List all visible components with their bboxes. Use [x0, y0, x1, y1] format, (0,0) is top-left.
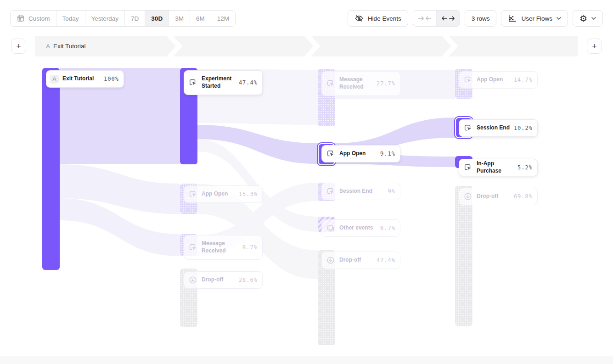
flow-faint — [60, 198, 180, 256]
arrows-inward-icon — [418, 15, 432, 22]
node-percentage: 14.7% — [514, 77, 533, 83]
node-card-app-open-col4[interactable]: App Open14.7% — [459, 71, 538, 89]
node-label: Other events — [339, 224, 377, 232]
date-preset-label: 7D — [131, 15, 139, 22]
date-preset-12m[interactable]: 12M — [211, 11, 235, 26]
drop-off-icon — [463, 191, 473, 202]
node-label: Message Received — [202, 240, 239, 254]
hide-events-button[interactable]: Hide Events — [348, 10, 408, 27]
date-preset-label: Yesterday — [91, 15, 119, 22]
event-icon — [463, 75, 473, 85]
rows-label: 3 rows — [472, 15, 490, 22]
node-percentage: 5.2% — [517, 164, 533, 171]
add-step-left-button[interactable]: + — [11, 39, 26, 54]
node-label: Drop-off — [477, 193, 510, 200]
flow-step-a-label: A Exit Tutorial — [46, 36, 86, 56]
date-preset-label: Custom — [28, 15, 50, 22]
date-preset-label: Today — [62, 15, 79, 22]
event-icon — [188, 189, 198, 199]
node-card-session-end-col4[interactable]: Session End10.2% — [459, 119, 538, 137]
node-percentage: 100% — [104, 76, 119, 82]
date-preset-30d[interactable]: 30D — [145, 11, 169, 26]
node-bar-exit-tutorial-col1[interactable] — [42, 68, 60, 270]
node-card-exit-tutorial-col1[interactable]: AExit Tutorial100% — [46, 70, 124, 88]
node-percentage: 47.4% — [239, 79, 258, 86]
node-label: Exit Tutorial — [62, 75, 100, 83]
node-percentage: 69.8% — [514, 193, 533, 200]
expand-columns-button[interactable] — [437, 11, 460, 26]
flow-step-separator-icon — [442, 36, 460, 56]
drop-off-icon — [188, 275, 198, 285]
node-card-drop-off-col2[interactable]: Drop-off28.6% — [184, 271, 263, 289]
node-label: App Open — [339, 150, 377, 157]
node-label: App Open — [202, 190, 235, 198]
rows-button[interactable]: 3 rows — [465, 10, 497, 27]
node-label: App Open — [477, 76, 510, 84]
hide-events-label: Hide Events — [368, 15, 401, 22]
node-label: Drop-off — [339, 257, 373, 264]
node-percentage: 6.7% — [380, 225, 395, 231]
node-card-message-received-col2[interactable]: Message Received8.7% — [184, 235, 263, 260]
date-preset-7d[interactable]: 7D — [125, 11, 145, 26]
node-percentage: 47.4% — [377, 257, 395, 263]
settings-button[interactable]: ⚙ — [573, 10, 603, 27]
user-flows-app: AExit Tutorial100%Experiment Started47.4… — [0, 0, 613, 364]
node-card-in-app-purchase-col4[interactable]: In-App Purchase5.2% — [459, 159, 538, 176]
event-icon — [326, 186, 336, 196]
date-preset-label: 30D — [151, 15, 163, 22]
node-percentage: 9% — [388, 188, 395, 195]
node-card-app-open-col3[interactable]: App Open9.1% — [321, 145, 400, 162]
node-label: Experiment Started — [202, 75, 235, 90]
event-icon — [326, 149, 336, 159]
node-percentage: 10.2% — [514, 125, 533, 131]
column-spacing-toggle — [413, 10, 460, 27]
flow-steps-band: A Exit Tutorial — [35, 36, 578, 56]
node-percentage: 8.7% — [242, 244, 258, 251]
flow-step-separator-icon — [166, 36, 185, 56]
node-label: Message Received — [339, 76, 373, 90]
node-percentage: 27.7% — [377, 80, 395, 87]
event-icon — [326, 78, 336, 89]
footer-bar — [0, 356, 613, 364]
node-label: In-App Purchase — [477, 160, 514, 174]
node-label: Drop-off — [202, 276, 235, 284]
step-prefix: A — [46, 43, 50, 50]
node-card-experiment-started-col2[interactable]: Experiment Started47.4% — [184, 70, 263, 95]
node-card-drop-off-col4[interactable]: Drop-off69.8% — [459, 188, 538, 205]
node-card-drop-off-col3[interactable]: Drop-off47.4% — [321, 252, 400, 269]
node-label: Session End — [477, 124, 510, 132]
step-name: Exit Tutorial — [53, 43, 86, 50]
flow-step-separator-icon — [304, 36, 322, 56]
drop-off-icon — [326, 255, 336, 265]
node-card-other-events-col3[interactable]: Other events6.7% — [321, 219, 400, 237]
date-preset-6m[interactable]: 6M — [190, 11, 211, 26]
toolbar: CustomTodayYesterday7D30D3M6M12M Hide Ev… — [10, 10, 603, 27]
date-preset-custom[interactable]: Custom — [11, 11, 56, 26]
view-selector-label: User Flows — [521, 15, 552, 22]
flow-faint — [60, 164, 180, 214]
date-preset-today[interactable]: Today — [56, 11, 85, 26]
calendar-icon — [17, 14, 25, 22]
add-step-right-button[interactable]: + — [587, 39, 602, 54]
node-percentage: 28.6% — [239, 277, 258, 283]
collapse-columns-button[interactable] — [413, 11, 437, 26]
event-icon — [188, 78, 198, 88]
flow-step-header: + A Exit Tutorial + — [0, 36, 613, 56]
node-card-app-open-col2[interactable]: App Open15.3% — [184, 185, 263, 203]
step-a-badge: A — [50, 75, 59, 84]
eye-off-icon — [354, 14, 364, 23]
date-preset-label: 6M — [196, 15, 205, 22]
date-preset-3m[interactable]: 3M — [169, 11, 190, 26]
view-selector-button[interactable]: User Flows — [501, 10, 568, 27]
layers-icon — [326, 223, 336, 233]
flow-chart-icon — [508, 14, 517, 22]
date-preset-yesterday[interactable]: Yesterday — [85, 11, 125, 26]
flow-experiment-started-to-app-open[interactable] — [197, 125, 318, 164]
toolbar-right: Hide Events — [348, 10, 603, 27]
node-card-message-received-col3[interactable]: Message Received27.7% — [321, 71, 400, 96]
node-percentage: 15.3% — [239, 191, 258, 197]
date-preset-label: 12M — [217, 15, 229, 22]
node-card-session-end-col3[interactable]: Session End9% — [321, 183, 400, 200]
node-bar-drop-off-col4[interactable] — [455, 186, 472, 326]
date-preset-label: 3M — [175, 15, 184, 22]
